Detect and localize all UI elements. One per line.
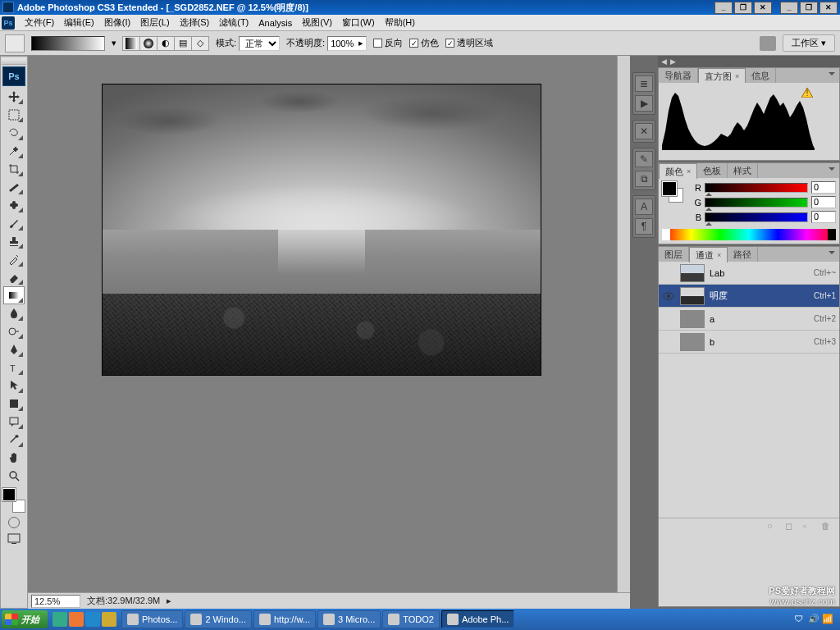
gradient-reflected-icon[interactable]: ▤: [174, 36, 192, 51]
toolbox-grip[interactable]: [2, 58, 26, 65]
gradient-diamond-icon[interactable]: ◇: [191, 36, 209, 51]
menu-edit[interactable]: 编辑(E): [59, 15, 99, 30]
foreground-color-swatch[interactable]: [2, 488, 16, 501]
hand-tool-icon[interactable]: [3, 449, 25, 467]
marquee-tool-icon[interactable]: [3, 106, 25, 124]
dock-clone-icon[interactable]: ⧉: [635, 171, 653, 187]
menu-file[interactable]: 文件(F): [20, 15, 59, 30]
shape-tool-icon[interactable]: [3, 395, 25, 413]
visibility-eye-icon[interactable]: [662, 313, 675, 325]
transparency-checkbox[interactable]: ✓透明区域: [445, 37, 493, 49]
brush-tool-icon[interactable]: [3, 214, 25, 232]
ql-icon-3[interactable]: [85, 612, 100, 627]
pen-tool-icon[interactable]: [3, 340, 25, 358]
save-selection-icon[interactable]: ◻: [785, 521, 798, 532]
ql-icon-4[interactable]: [102, 612, 116, 627]
channel-row[interactable]: LabCtrl+~: [659, 262, 839, 285]
b-value[interactable]: 0: [811, 211, 836, 223]
tab-channels[interactable]: 通道×: [689, 247, 728, 262]
gradient-linear-icon[interactable]: [122, 36, 140, 51]
move-tool-icon[interactable]: [3, 88, 25, 106]
tab-swatches[interactable]: 色板: [697, 163, 728, 178]
document-canvas[interactable]: [102, 84, 541, 376]
close-button[interactable]: ✕: [754, 2, 772, 14]
r-slider[interactable]: [705, 183, 808, 193]
quick-mask-icon[interactable]: [3, 514, 25, 531]
dock-tools-icon[interactable]: ✕: [635, 123, 653, 139]
channel-row[interactable]: 明度Ctrl+1: [659, 285, 839, 308]
gradient-preview[interactable]: [31, 36, 105, 51]
history-brush-tool-icon[interactable]: [3, 250, 25, 268]
app-close-button[interactable]: ✕: [819, 2, 838, 14]
slice-tool-icon[interactable]: [3, 178, 25, 196]
taskbar-task[interactable]: 3 Micro...: [317, 610, 381, 628]
zoom-field[interactable]: 12.5%: [31, 595, 80, 608]
warning-icon[interactable]: !: [801, 88, 813, 98]
gradient-radial-icon[interactable]: [139, 36, 158, 51]
start-button[interactable]: 开始: [2, 610, 48, 628]
color-swatches[interactable]: [2, 488, 25, 513]
tab-info[interactable]: 信息: [746, 68, 776, 83]
crop-tool-icon[interactable]: [3, 160, 25, 178]
app-minimize-button[interactable]: _: [780, 2, 798, 14]
stamp-tool-icon[interactable]: [3, 232, 25, 250]
vertical-scrollbar[interactable]: [617, 56, 630, 592]
channel-row[interactable]: bCtrl+3: [659, 331, 839, 354]
tab-paths[interactable]: 路径: [728, 247, 758, 262]
reverse-checkbox[interactable]: 反向: [373, 37, 403, 49]
app-restore-button[interactable]: ❐: [800, 2, 818, 14]
tab-color[interactable]: 颜色×: [659, 163, 697, 179]
spectrum-bar[interactable]: [662, 229, 836, 240]
menu-image[interactable]: 图像(I): [99, 15, 135, 30]
status-menu-icon[interactable]: ▸: [167, 596, 171, 606]
lasso-tool-icon[interactable]: [3, 124, 25, 142]
opacity-field[interactable]: 100%▸: [327, 36, 367, 51]
tab-histogram[interactable]: 直方图×: [698, 68, 746, 84]
dock-play-icon[interactable]: ▶: [635, 95, 653, 112]
menu-filter[interactable]: 滤镜(T): [214, 15, 253, 30]
screen-mode-icon[interactable]: [3, 531, 25, 547]
delete-channel-icon[interactable]: 🗑: [821, 521, 834, 532]
dock-layers-icon[interactable]: ≣: [635, 75, 653, 92]
visibility-eye-icon[interactable]: [662, 336, 675, 348]
visibility-eye-icon[interactable]: [662, 290, 675, 302]
menu-analysis[interactable]: Analysis: [253, 16, 297, 30]
g-value[interactable]: 0: [811, 196, 836, 208]
load-selection-icon[interactable]: ○: [767, 521, 780, 532]
tray-icon[interactable]: 🔊: [808, 614, 819, 625]
ql-icon-2[interactable]: [69, 612, 84, 627]
b-slider[interactable]: [705, 212, 808, 222]
channel-row[interactable]: aCtrl+2: [659, 308, 839, 331]
menu-select[interactable]: 选择(S): [175, 15, 215, 30]
current-tool-icon[interactable]: [5, 34, 25, 52]
tray-icon[interactable]: 📶: [822, 614, 833, 625]
eraser-tool-icon[interactable]: [3, 268, 25, 286]
taskbar-task[interactable]: Photos...: [121, 610, 183, 628]
menu-layer[interactable]: 图层(L): [135, 15, 174, 30]
taskbar-task[interactable]: TODO2: [382, 610, 440, 628]
color-fg-bg-swatch[interactable]: [662, 181, 683, 203]
tab-styles[interactable]: 样式: [728, 163, 758, 178]
tray-icon[interactable]: 🛡: [794, 614, 806, 625]
visibility-eye-icon[interactable]: [662, 267, 675, 279]
taskbar-task[interactable]: http://w...: [253, 610, 316, 628]
heal-tool-icon[interactable]: [3, 196, 25, 214]
eyedropper-tool-icon[interactable]: [3, 431, 25, 449]
menu-window[interactable]: 窗口(W): [337, 15, 380, 30]
g-slider[interactable]: [705, 198, 808, 208]
tab-navigator[interactable]: 导航器: [659, 68, 698, 83]
gradient-angle-icon[interactable]: ◐: [157, 36, 175, 51]
zoom-tool-icon[interactable]: [3, 467, 25, 485]
menu-view[interactable]: 视图(V): [297, 15, 337, 30]
workspace-button[interactable]: 工作区 ▾: [783, 34, 835, 52]
r-value[interactable]: 0: [811, 181, 836, 194]
panel-menu-icon[interactable]: [827, 166, 837, 174]
path-select-tool-icon[interactable]: [3, 377, 25, 395]
blur-tool-icon[interactable]: [3, 304, 25, 322]
ql-icon-1[interactable]: [52, 612, 67, 627]
panel-menu-icon[interactable]: [827, 249, 837, 258]
background-color-swatch[interactable]: [12, 500, 25, 513]
tab-layers[interactable]: 图层: [659, 247, 689, 262]
menu-help[interactable]: 帮助(H): [380, 15, 420, 30]
dither-checkbox[interactable]: ✓仿色: [409, 37, 439, 49]
